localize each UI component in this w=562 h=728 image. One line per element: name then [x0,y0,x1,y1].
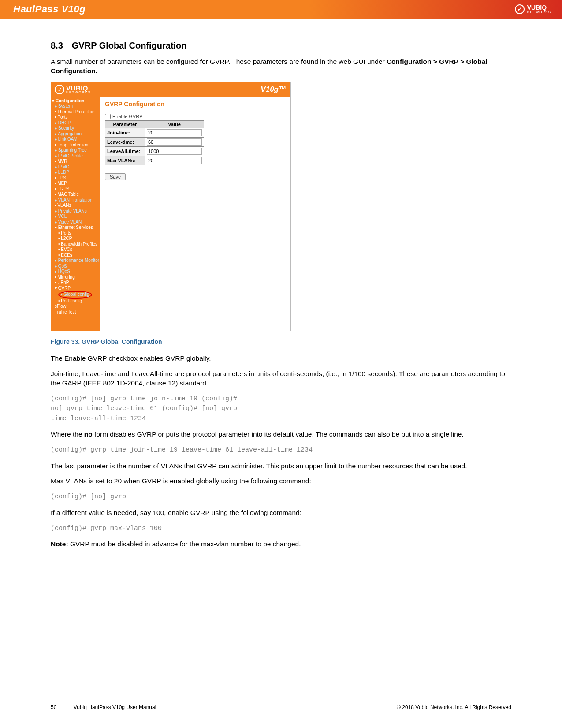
body-paragraph: The Enable GVRP checkbox enables GVRP gl… [51,354,511,363]
sidebar-item[interactable]: ▸ Aggregation [55,131,100,137]
doc-product-title: HaulPass V10g [13,4,86,15]
sidebar-item[interactable]: • MEP [55,181,100,187]
gui-product: V10g™ [261,85,286,94]
logo-circle-icon: ✓ [515,4,525,14]
copyright: © 2018 Vubiq Networks, Inc. All Rights R… [397,704,511,710]
sidebar-item[interactable]: ▸ IPMC Profile [55,153,100,159]
cli-block: (config)# [no] gvrp [51,492,511,502]
note-paragraph: Note: GVRP must be disabled in advance f… [51,540,511,549]
sidebar-item[interactable]: • MVR [55,159,100,164]
table-row: Join-time: [105,128,204,137]
intro-text: A small number of parameters can be conf… [51,58,387,65]
sidebar-item[interactable]: ▸ IPMC [55,164,100,170]
col-header-value: Value [145,120,204,128]
sidebar-item[interactable]: ▸ Voice VLAN [55,220,100,225]
cli-block: (config)# gvrp time join-time 19 leave-t… [51,445,511,455]
join-time-input[interactable] [147,129,202,136]
param-label: Leave-time: [105,137,145,146]
max-vlans-input[interactable] [147,157,202,164]
col-header-parameter: Parameter [105,120,145,128]
param-label: LeaveAll-time: [105,146,145,156]
cli-block: (config)# gvrp max-vlans 100 [51,524,511,534]
table-row: Leave-time: [105,137,204,146]
page-footer: 50 Vubiq HaulPass V10g User Manual © 201… [51,704,511,710]
gui-brand-top: VUBIQ [66,86,91,91]
sidebar-subitem-port-config[interactable]: • Port config [58,299,100,304]
page-number: 50 [51,704,56,710]
sidebar-item[interactable]: Traffic Test [55,310,100,315]
section-title: GVRP Global Configuration [72,41,187,50]
body-paragraph: If a different value is needed, say 100,… [51,508,511,518]
gui-screenshot: ✓ VUBIQ NETWORKS V10g™ ▾ Configuration ▸… [51,82,291,331]
body-paragraph: Join-time, Leave-time and LeaveAll-time … [51,370,511,388]
logo-brand-sub: NETWORKS [527,11,551,14]
section-number: 8.3 [51,41,63,50]
param-label: Join-time: [105,128,145,137]
sidebar-item[interactable]: ▸ HQoS [55,269,100,275]
note-label: Note: [51,540,68,548]
sidebar-item[interactable]: ▸ Spanning Tree [55,148,100,153]
sidebar-item[interactable]: ▾ Ethernet Services [55,225,100,231]
sidebar-item[interactable]: ▸ QoS [55,264,100,269]
leave-time-input[interactable] [147,138,202,146]
sidebar-item[interactable]: ▸ VLAN Translation [55,198,100,203]
table-row: Max VLANs: [105,156,204,165]
sidebar-subitem[interactable]: • EVCs [58,247,100,253]
manual-name: Vubiq HaulPass V10g User Manual [74,704,156,710]
sidebar-item[interactable]: ▸ System [55,104,100,109]
section-heading: 8.3GVRP Global Configuration [51,41,511,51]
gui-banner: ✓ VUBIQ NETWORKS V10g™ [51,82,290,97]
cli-block: (config)# [no] gvrp time join-time 19 (c… [51,394,511,424]
sidebar-item[interactable]: ▸ Private VLANs [55,209,100,214]
sidebar-subitem[interactable]: • ECEs [58,253,100,258]
sidebar-item[interactable]: • MAC Table [55,192,100,198]
save-button[interactable]: Save [105,173,126,180]
figure-caption: Figure 33. GVRP Global Configuration [51,338,511,345]
doc-header-banner: HaulPass V10g ✓ VUBIQ NETWORKS [0,0,562,19]
sidebar-item[interactable]: ▾ GVRP [55,286,100,291]
gui-brand-sub: NETWORKS [66,91,91,94]
gui-main-panel: GVRP Configuration Enable GVRP Parameter… [100,97,290,331]
enable-gvrp-label: Enable GVRP [112,114,142,119]
sidebar-item[interactable]: • EPS [55,175,100,181]
sidebar-item[interactable]: ▸ DHCP [55,120,100,126]
gui-logo: ✓ VUBIQ NETWORKS [55,85,91,94]
sidebar-item[interactable]: • ERPS [55,187,100,192]
intro-paragraph: A small number of parameters can be conf… [51,57,511,76]
body-paragraph: Max VLANs is set to 20 when GVRP is enab… [51,477,511,486]
sidebar-item[interactable]: • Loop Protection [55,142,100,148]
panel-title: GVRP Configuration [105,101,286,108]
param-table: Parameter Value Join-time: Leave-time: L… [105,120,204,165]
gui-sidebar: ▾ Configuration ▸ System • Thermal Prote… [51,97,100,331]
sidebar-item[interactable]: • Mirroring [55,275,100,280]
vubiq-logo: ✓ VUBIQ NETWORKS [515,4,551,14]
enable-gvrp-checkbox[interactable] [105,114,111,119]
sidebar-item[interactable]: ▸ VCL [55,214,100,220]
sidebar-item[interactable]: ▸ LLDP [55,170,100,175]
sidebar-item[interactable]: ▸ Security [55,126,100,131]
sidebar-item[interactable]: • UPnP [55,280,100,286]
enable-gvrp-row: Enable GVRP [105,114,286,119]
sidebar-root[interactable]: ▾ Configuration [52,98,100,104]
body-paragraph: The last parameter is the number of VLAN… [51,462,511,471]
sidebar-item[interactable]: ▸ Performance Monitor [55,258,100,264]
sidebar-item[interactable]: ▸ Link OAM [55,137,100,142]
sidebar-item[interactable]: • VLANs [55,203,100,209]
sidebar-subitem[interactable]: • Bandwidth Profiles [58,242,100,247]
gui-logo-circle-icon: ✓ [55,85,64,94]
sidebar-item[interactable]: • Thermal Protection [55,109,100,115]
sidebar-subitem[interactable]: • Ports [58,231,100,236]
sidebar-item[interactable]: • Ports [55,115,100,120]
body-paragraph: Where the no form disables GVRP or puts … [51,430,511,439]
table-row: LeaveAll-time: [105,146,204,156]
leaveall-time-input[interactable] [147,148,202,155]
sidebar-subitem[interactable]: • L2CP [58,236,100,242]
sidebar-item[interactable]: sFlow [55,304,100,310]
sidebar-subitem-global-config[interactable]: • Global config [58,291,100,299]
param-label: Max VLANs: [105,156,145,165]
